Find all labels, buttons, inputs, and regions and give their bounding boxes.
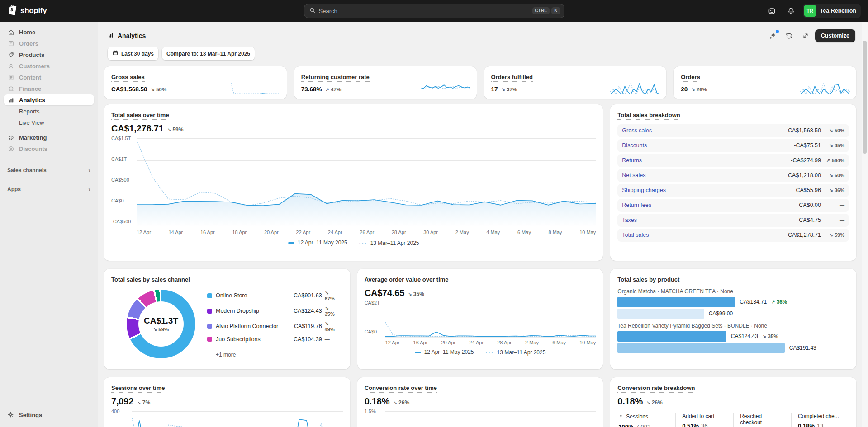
channel-delta: ↘ 49% <box>325 321 340 332</box>
breakdown-value: CA$1,218.00 <box>788 172 821 178</box>
total-sales-chart[interactable] <box>137 138 596 227</box>
sidebar-item-label: Discounts <box>19 145 47 152</box>
card-title-conversion[interactable]: Conversion rate over time <box>365 385 437 393</box>
account-menu[interactable]: TR Tea Rebellion <box>803 4 861 18</box>
kpi-value: CA$1,568.50 <box>111 86 147 93</box>
kpi-title[interactable]: Orders fulfilled <box>491 74 533 82</box>
product-bar-value: CA$124.43 <box>731 333 758 339</box>
breakdown-metric-link[interactable]: Discounts <box>622 142 794 149</box>
more-channels-link[interactable]: +1 more <box>216 352 340 358</box>
funnel-step-count: 7,092 <box>636 423 651 427</box>
scrollbar-thumb[interactable] <box>863 41 867 154</box>
aov-chart[interactable] <box>385 303 596 337</box>
breakdown-metric-link[interactable]: Return fees <box>622 202 799 208</box>
kpi-value: 20 <box>681 86 688 93</box>
sidebar-item-discounts[interactable]: Discounts <box>4 143 94 154</box>
x-axis-label: 6 May <box>552 340 566 345</box>
y-axis-label: 400 <box>111 408 128 414</box>
sidekick-icon[interactable] <box>765 4 779 18</box>
breakdown-row-total-sales: Total salesCA$1,278.71↘ 59% <box>617 229 849 242</box>
sidebar-item-customers[interactable]: Customers <box>4 61 94 71</box>
y-axis-label: CA$500 <box>111 177 133 183</box>
breakdown-metric-link[interactable]: Returns <box>622 157 791 164</box>
kpi-title[interactable]: Returning customer rate <box>301 74 370 82</box>
funnel-step-pct: 0.18% <box>798 422 815 427</box>
sidebar-item-settings[interactable]: Settings <box>4 409 94 421</box>
funnel-step-count: 36 <box>701 422 707 427</box>
product-name: Tea Rebellion Variety Pyramid Bagged Set… <box>617 323 849 329</box>
page-title: Analytics <box>108 32 146 40</box>
sidebar-section-sales-channels[interactable]: Sales channels› <box>7 165 90 176</box>
product-bar-previous[interactable] <box>617 343 784 353</box>
sidebar-item-home[interactable]: Home <box>4 27 94 38</box>
refresh-icon[interactable] <box>783 29 796 42</box>
sidebar-item-marketing[interactable]: Marketing <box>4 132 94 143</box>
channel-delta: — <box>325 337 340 342</box>
breakdown-metric-link[interactable]: Net sales <box>622 172 788 178</box>
sidebar-item-content[interactable]: Content <box>4 72 94 83</box>
breakdown-value: CA$55.96 <box>796 187 821 193</box>
sidebar-item-finance[interactable]: Finance <box>4 83 94 94</box>
topbar: shopify Search CTRL K <box>0 0 868 22</box>
product-bar-current[interactable] <box>617 331 726 342</box>
legend-swatch <box>207 337 212 342</box>
breakdown-value: -CA$75.51 <box>794 142 821 149</box>
channel-name: Modern Dropship <box>216 308 294 314</box>
card-title-breakdown[interactable]: Total sales breakdown <box>617 112 680 120</box>
kpi-title[interactable]: Gross sales <box>111 74 145 82</box>
sidebar-item-analytics[interactable]: Analytics <box>4 94 94 105</box>
breakdown-metric-link[interactable]: Shipping charges <box>622 187 796 193</box>
compare-to-button[interactable]: Compare to: 13 Mar–11 Apr 2025 <box>162 47 255 60</box>
search-input[interactable]: Search CTRL K <box>304 4 564 18</box>
x-axis-label: 4 May <box>486 230 500 235</box>
breakdown-delta: ↘ 59% <box>821 232 844 238</box>
x-axis-labels: 12 Apr14 Apr16 Apr18 Apr20 Apr22 Apr24 A… <box>137 230 596 235</box>
sidebar-item-live-view[interactable]: Live View <box>4 117 94 128</box>
x-axis-label: 12 Apr <box>385 340 400 345</box>
notifications-bell-icon[interactable] <box>784 4 798 18</box>
breakdown-metric-link[interactable]: Taxes <box>622 217 799 223</box>
sidebar-section-apps[interactable]: Apps› <box>7 184 90 195</box>
kpi-title[interactable]: Orders <box>681 74 700 82</box>
card-title-channels[interactable]: Total sales by sales channel <box>111 276 190 284</box>
product-bar-current[interactable] <box>617 297 735 307</box>
card-title-aov[interactable]: Average order value over time <box>365 276 449 284</box>
breakdown-metric-link[interactable]: Total sales <box>622 232 788 238</box>
conversion-delta: ↘ 26% <box>393 399 409 406</box>
magic-insights-icon[interactable] <box>766 29 780 42</box>
date-range-button[interactable]: Last 30 days <box>108 47 158 60</box>
card-title-products[interactable]: Total sales by product <box>617 276 679 284</box>
card-title-conv-breakdown[interactable]: Conversion rate breakdown <box>617 385 695 393</box>
sales-by-channel-card: Total sales by sales channel CA$1.3T ↘ 5… <box>104 269 350 369</box>
finance-icon <box>7 85 14 92</box>
sidebar-item-orders[interactable]: Orders <box>4 38 94 49</box>
sidebar-item-label: Finance <box>19 85 41 92</box>
conv-breakdown-value: 0.18% <box>617 396 643 407</box>
sales-by-product-card: Total sales by product Organic Matcha · … <box>610 269 856 369</box>
sidebar-item-reports[interactable]: Reports <box>4 106 94 117</box>
breakdown-value: CA$4.75 <box>799 217 821 223</box>
customers-icon <box>7 62 14 70</box>
notification-dot <box>776 30 779 33</box>
analytics-bars-icon <box>108 32 114 40</box>
product-bar-previous[interactable] <box>617 309 704 319</box>
sidebar-item-products[interactable]: Products <box>4 49 94 60</box>
product-bar-value: CA$134.71 <box>740 299 767 305</box>
customize-button[interactable]: Customize <box>815 29 855 42</box>
product-name: Organic Matcha · MATCHA GREEN TEA · None <box>617 288 849 295</box>
donut-chart[interactable]: CA$1.3T ↘ 59% <box>127 290 195 358</box>
fullscreen-expand-icon[interactable] <box>799 29 812 42</box>
breakdown-value: CA$1,568.50 <box>788 127 821 134</box>
breakdown-metric-link[interactable]: Gross sales <box>622 127 788 134</box>
x-axis-labels: 12 Apr16 Apr20 Apr24 Apr28 Apr2 May6 May… <box>385 340 596 345</box>
channel-value: CA$104.39 <box>294 336 322 343</box>
funnel-step-label: Reached checkout <box>740 413 785 426</box>
conversion-chart[interactable] <box>385 411 596 427</box>
shopify-logo[interactable]: shopify <box>7 5 47 17</box>
x-axis-label: 16 Apr <box>200 230 215 235</box>
sessions-chart[interactable] <box>132 411 343 427</box>
channel-delta: ↘ 35% <box>325 305 340 317</box>
card-title-total-sales[interactable]: Total sales over time <box>111 112 169 120</box>
card-title-sessions[interactable]: Sessions over time <box>111 385 165 393</box>
y-axis-label: -CA$500 <box>111 219 133 224</box>
